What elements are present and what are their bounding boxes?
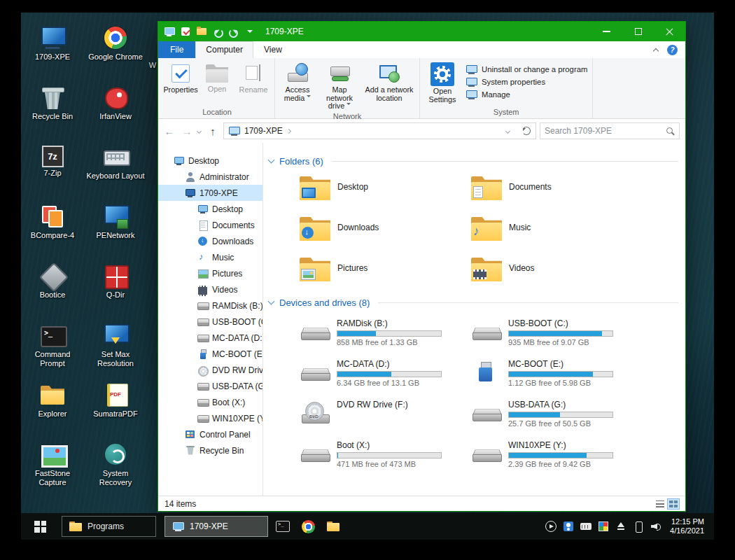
- taskbar-chrome-button[interactable]: [295, 513, 321, 540]
- folder-tile-desktop[interactable]: Desktop: [300, 176, 471, 200]
- tab-file[interactable]: File: [158, 41, 195, 58]
- nav-item-recycle-bin[interactable]: Recycle Bin: [158, 442, 262, 458]
- desktop-icon-qdir[interactable]: Q-Dir: [84, 259, 147, 318]
- nav-item-mc-data-d[interactable]: MC-DATA (D:): [158, 330, 262, 346]
- new-folder-icon[interactable]: [197, 27, 207, 36]
- properties-check-icon[interactable]: [181, 27, 191, 36]
- nav-item-desktop[interactable]: Desktop: [158, 153, 262, 169]
- rename-button[interactable]: Rename: [236, 60, 271, 95]
- nav-item-usb-boot-c[interactable]: USB-BOOT (C:): [158, 314, 262, 330]
- back-button[interactable]: ←: [162, 126, 176, 136]
- nav-item-ramdisk-b[interactable]: RAMDisk (B:): [158, 298, 262, 314]
- desktop-icon-set-max-resolution[interactable]: Set Max Resolution: [84, 318, 147, 378]
- details-view-icon[interactable]: [654, 499, 666, 509]
- volume-tray-icon[interactable]: [650, 521, 662, 532]
- taskbar-command-prompt-button[interactable]: [270, 513, 295, 540]
- display-tray-icon[interactable]: [598, 521, 609, 532]
- folder-tile-downloads[interactable]: Downloads: [300, 217, 471, 241]
- recent-locations-icon[interactable]: [197, 128, 202, 133]
- desktop-icon-bcompare[interactable]: BCompare-4: [21, 200, 84, 259]
- nav-item-dvd-rw-f[interactable]: DVD RW Drive (F:): [158, 362, 262, 378]
- start-button[interactable]: [21, 513, 59, 540]
- nav-item-downloads[interactable]: Downloads: [158, 233, 262, 249]
- help-icon[interactable]: [667, 45, 678, 55]
- drive-tile-ramdisk-b[interactable]: RAMDisk (B:)858 MB free of 1.33 GB: [300, 318, 471, 346]
- drive-tile-mc-boot-e[interactable]: MC-BOOT (E:)1.12 GB free of 5.98 GB: [471, 359, 643, 387]
- redo-icon[interactable]: [229, 27, 239, 36]
- close-button[interactable]: [654, 22, 685, 41]
- folder-tile-music[interactable]: Music: [471, 217, 643, 241]
- media-player-tray-icon[interactable]: [545, 521, 556, 532]
- tab-computer[interactable]: Computer: [195, 41, 253, 58]
- nav-item-win10xpe-y[interactable]: WIN10XPE (Y:): [158, 410, 262, 426]
- map-network-drive-button[interactable]: Map network drive: [318, 60, 361, 111]
- desktop-icon-1709-xpe[interactable]: 1709-XPE: [21, 21, 84, 80]
- refresh-button[interactable]: [519, 124, 533, 138]
- nav-item-music[interactable]: Music: [158, 249, 262, 265]
- toolbar-chevron-icon[interactable]: [245, 27, 255, 36]
- maximize-button[interactable]: [622, 22, 654, 41]
- search-input[interactable]: [545, 126, 663, 136]
- desktop-icon-recycle-bin[interactable]: Recycle Bin: [21, 80, 84, 140]
- folder-tile-documents[interactable]: Documents: [471, 176, 643, 200]
- up-button[interactable]: ↑: [206, 126, 220, 136]
- desktop-icon-bootice[interactable]: Bootice: [21, 259, 84, 318]
- drive-tile-win10xpe-y[interactable]: WIN10XPE (Y:)2.39 GB free of 9.42 GB: [471, 440, 643, 468]
- nav-item-boot-x[interactable]: Boot (X:): [158, 394, 262, 410]
- search-box[interactable]: [540, 122, 680, 139]
- address-box[interactable]: 1709-XPE: [223, 122, 536, 139]
- forward-button[interactable]: →: [180, 126, 194, 136]
- taskbar-explorer-button[interactable]: [321, 513, 346, 540]
- network-user-tray-icon[interactable]: [563, 521, 574, 532]
- taskbar-task-1709-xpe[interactable]: 1709-XPE: [164, 516, 268, 537]
- open-settings-button[interactable]: Open Settings: [424, 60, 461, 104]
- drive-tile-mc-data-d[interactable]: MC-DATA (D:)6.34 GB free of 13.1 GB: [300, 359, 471, 387]
- nav-item-1709-xpe[interactable]: 1709-XPE: [158, 185, 262, 201]
- properties-button[interactable]: Properties: [163, 60, 198, 95]
- desktop-icon-7zip[interactable]: 7-Zip: [21, 140, 84, 200]
- eject-tray-icon[interactable]: [615, 521, 626, 532]
- breadcrumb-chevron-icon[interactable]: [286, 128, 291, 133]
- device-tray-icon[interactable]: [633, 521, 644, 532]
- desktop-icon-explorer[interactable]: Explorer: [21, 378, 84, 438]
- desktop-icon-command-prompt[interactable]: Command Prompt: [21, 318, 84, 378]
- nav-item-pictures[interactable]: Pictures: [158, 265, 262, 281]
- uninstall-program-button[interactable]: Uninstall or change a program: [465, 64, 587, 74]
- desktop-icon-penetwork[interactable]: PENetwork: [84, 200, 147, 259]
- desktop-icon-google-chrome[interactable]: Google Chrome: [84, 21, 147, 80]
- folders-section-header[interactable]: Folders (6): [269, 155, 678, 167]
- tab-view[interactable]: View: [253, 41, 293, 58]
- nav-item-desktop-folder[interactable]: Desktop: [158, 201, 262, 217]
- nav-item-control-panel[interactable]: Control Panel: [158, 426, 262, 442]
- nav-item-mc-boot-e[interactable]: MC-BOOT (E:): [158, 346, 262, 362]
- nav-item-administrator[interactable]: Administrator: [158, 169, 262, 185]
- folder-tile-pictures[interactable]: Pictures: [300, 258, 471, 281]
- collapse-chevron-icon[interactable]: [268, 298, 275, 305]
- nav-item-documents[interactable]: Documents: [158, 217, 262, 233]
- address-dropdown-button[interactable]: [501, 124, 515, 138]
- minimize-button[interactable]: [591, 22, 622, 41]
- manage-button[interactable]: Manage: [465, 90, 587, 99]
- folder-tile-videos[interactable]: Videos: [471, 258, 643, 281]
- breadcrumb[interactable]: 1709-XPE: [244, 126, 283, 136]
- undo-icon[interactable]: [213, 27, 223, 36]
- collapse-chevron-icon[interactable]: [268, 157, 275, 164]
- desktop-icon-irfanview[interactable]: IrfanView: [84, 80, 147, 140]
- nav-item-usb-data-g[interactable]: USB-DATA (G:): [158, 378, 262, 394]
- tiles-view-icon[interactable]: [668, 499, 679, 509]
- minimize-ribbon-icon[interactable]: [653, 48, 659, 53]
- drive-tile-dvd-rw-f[interactable]: DVD RW Drive (F:): [300, 400, 471, 428]
- desktop-icon-faststone-capture[interactable]: FastStone Capture: [21, 438, 84, 497]
- desktop-icon-system-recovery[interactable]: System Recovery: [84, 438, 147, 497]
- nav-item-videos[interactable]: Videos: [158, 281, 262, 298]
- drive-tile-usb-boot-c[interactable]: USB-BOOT (C:)935 MB free of 9.07 GB: [471, 318, 643, 346]
- keyboard-tray-icon[interactable]: [580, 521, 592, 532]
- drive-tile-usb-data-g[interactable]: USB-DATA (G:)25.7 GB free of 50.5 GB: [471, 400, 643, 428]
- titlebar[interactable]: 1709-XPE: [158, 22, 685, 41]
- add-network-location-button[interactable]: Add a network location: [363, 60, 416, 103]
- desktop-icon-keyboard-layout[interactable]: Keyboard Layout: [84, 140, 147, 200]
- drive-tile-boot-x[interactable]: Boot (X:)471 MB free of 473 MB: [300, 440, 471, 468]
- taskbar-clock[interactable]: 12:15 PM 4/16/2021: [668, 517, 710, 536]
- drives-section-header[interactable]: Devices and drives (8): [269, 297, 678, 309]
- system-properties-button[interactable]: System properties: [465, 77, 587, 87]
